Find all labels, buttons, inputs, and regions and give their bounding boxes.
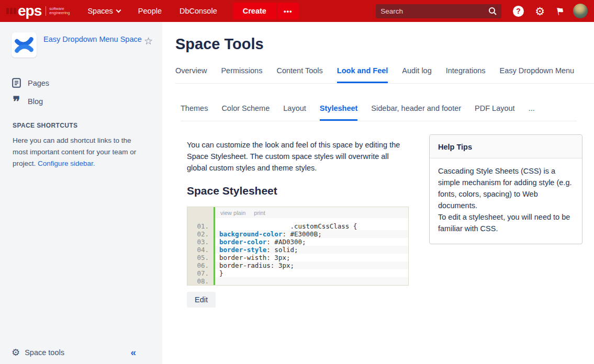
top-nav-item-label: Spaces bbox=[87, 7, 113, 15]
code-line-number: 05. bbox=[187, 254, 214, 261]
space-logo[interactable] bbox=[12, 32, 37, 58]
code-line-content: .customCssClass { bbox=[215, 222, 408, 230]
code-line: 02.background-color: #E3000B; bbox=[187, 230, 408, 238]
tab-permissions[interactable]: Permissions bbox=[221, 66, 262, 83]
code-toolbar-row: view plainprint bbox=[187, 207, 408, 218]
help-tips-line: Cascading Style Sheets (CSS) is a simple… bbox=[438, 165, 574, 211]
quote-icon: ❞ bbox=[12, 99, 21, 104]
code-token-plain: : #E3000B; bbox=[282, 230, 321, 238]
code-toolbar: view plainprint bbox=[215, 207, 408, 218]
help-tips-body: Cascading Style Sheets (CSS) is a simple… bbox=[430, 158, 582, 244]
code-token-plain: } bbox=[219, 269, 223, 277]
sidebar-item-label: Pages bbox=[28, 79, 49, 87]
code-token-keyword: border-color bbox=[219, 238, 266, 246]
subtab--[interactable]: ... bbox=[529, 104, 535, 121]
code-token-plain: .customCssClass { bbox=[219, 222, 357, 230]
favorite-star-icon[interactable]: ☆ bbox=[144, 35, 153, 47]
flag-icon[interactable]: ⚑ bbox=[555, 5, 566, 17]
space-sidebar: Easy Dropdown Menu Space ☆ Pages❞Blog SP… bbox=[0, 22, 162, 364]
code-token-plain: : #AD0300; bbox=[266, 238, 306, 246]
code-line: 08. bbox=[187, 277, 408, 285]
tab-audit-log[interactable]: Audit log bbox=[402, 66, 431, 83]
page-title: Space Tools bbox=[175, 36, 582, 53]
space-tools-gear-icon[interactable]: ⚙ bbox=[12, 347, 20, 358]
top-nav-item-people[interactable]: People bbox=[138, 7, 162, 15]
code-line-content: border-wisth: 3px; bbox=[215, 254, 408, 261]
code-lines: 01. .customCssClass {02.background-color… bbox=[187, 222, 408, 285]
top-nav-item-dbconsole[interactable]: DbConsole bbox=[180, 7, 217, 15]
space-name-link[interactable]: Easy Dropdown Menu Space bbox=[43, 34, 144, 45]
space-tools-link[interactable]: Space tools bbox=[25, 348, 130, 357]
top-nav-item-label: DbConsole bbox=[180, 7, 217, 15]
sidebar-item-pages[interactable]: Pages bbox=[0, 73, 162, 93]
code-line-number: 04. bbox=[187, 246, 214, 254]
code-line: 04.border-style: solid; bbox=[187, 246, 408, 254]
tab-easy-dropdown-menu[interactable]: Easy Dropdown Menu bbox=[500, 66, 575, 83]
help-tips-header: Help Tips bbox=[430, 135, 582, 158]
code-line-number: 06. bbox=[187, 261, 214, 269]
code-line: 07.} bbox=[187, 269, 408, 277]
tab-overview[interactable]: Overview bbox=[175, 66, 207, 83]
top-nav-item-spaces[interactable]: Spaces bbox=[87, 7, 120, 15]
code-toolbar-link-print[interactable]: print bbox=[254, 210, 265, 216]
subtab-color-scheme[interactable]: Color Scheme bbox=[221, 104, 270, 121]
logo-tagline: software engineering bbox=[49, 7, 70, 15]
tab-integrations[interactable]: Integrations bbox=[446, 66, 486, 83]
create-button-group: Create ••• bbox=[233, 3, 299, 19]
sidebar-item-label: Blog bbox=[28, 97, 43, 106]
stylesheet-code-panel: view plainprint 01. .customCssClass {02.… bbox=[187, 207, 409, 286]
eps-logo-bars-icon bbox=[6, 8, 16, 14]
gear-icon[interactable]: ⚙ bbox=[535, 6, 545, 17]
code-line-number: 08. bbox=[187, 277, 214, 285]
subtab-stylesheet[interactable]: Stylesheet bbox=[320, 104, 358, 121]
subtab-sidebar-header-and-footer[interactable]: Sidebar, header and footer bbox=[371, 104, 461, 121]
code-token-keyword: background-color bbox=[219, 230, 282, 238]
sidebar-footer: ⚙ Space tools « bbox=[0, 341, 162, 364]
sidebar-nav: Pages❞Blog bbox=[0, 73, 162, 110]
eps-logo[interactable]: eps software engineering bbox=[6, 4, 70, 18]
code-token-keyword: border-style bbox=[219, 246, 266, 254]
tab-look-and-feel[interactable]: Look and Feel bbox=[337, 66, 388, 83]
code-token-plain: border-wisth: 3px; bbox=[219, 254, 290, 261]
look-and-feel-subtabs: ThemesColor SchemeLayoutStylesheetSideba… bbox=[181, 104, 577, 121]
code-toolbar-link-view-plain[interactable]: view plain bbox=[220, 210, 245, 216]
edit-button[interactable]: Edit bbox=[187, 292, 216, 308]
code-line-number: 02. bbox=[187, 230, 214, 238]
configure-sidebar-link[interactable]: Configure sidebar. bbox=[38, 160, 95, 167]
help-icon[interactable]: ? bbox=[513, 6, 524, 17]
eps-brand-text: eps bbox=[18, 4, 41, 18]
create-more-button[interactable]: ••• bbox=[276, 3, 299, 19]
tab-content-tools[interactable]: Content Tools bbox=[276, 66, 322, 83]
space-shortcuts-text: Here you can add shortcut links to the m… bbox=[0, 129, 162, 169]
page-icon bbox=[12, 78, 21, 88]
sidebar-item-blog[interactable]: ❞Blog bbox=[0, 93, 162, 110]
code-token-plain: : solid; bbox=[266, 246, 298, 254]
code-line-number: 03. bbox=[187, 238, 214, 246]
code-line-number: 07. bbox=[187, 269, 214, 277]
create-button[interactable]: Create bbox=[233, 3, 276, 19]
top-nav-item-label: People bbox=[138, 7, 162, 15]
help-tips-line: To edit a stylesheet, you will need to b… bbox=[438, 211, 574, 234]
collapse-sidebar-icon[interactable]: « bbox=[130, 347, 136, 358]
subtab-themes[interactable]: Themes bbox=[181, 104, 208, 121]
user-avatar[interactable] bbox=[573, 4, 588, 18]
space-stylesheet-heading: Space Stylesheet bbox=[187, 185, 409, 197]
logo-divider bbox=[46, 6, 46, 16]
stylesheet-intro-text: You can customize the look and feel of t… bbox=[187, 139, 409, 174]
code-line-content: border-color: #AD0300; bbox=[215, 238, 408, 246]
search-icon[interactable] bbox=[488, 7, 497, 15]
space-shortcuts-heading: SPACE SHORTCUTS bbox=[0, 110, 162, 129]
code-line-content bbox=[215, 277, 408, 285]
help-tips-title: Help Tips bbox=[438, 143, 472, 151]
search-box[interactable] bbox=[376, 4, 501, 18]
help-tips-panel: Help Tips Cascading Style Sheets (CSS) i… bbox=[429, 134, 582, 244]
code-line: 05.border-wisth: 3px; bbox=[187, 254, 408, 261]
code-line-number: 01. bbox=[187, 222, 214, 230]
code-line-content: } bbox=[215, 269, 408, 277]
top-navigation-bar: eps software engineering SpacesPeopleDbC… bbox=[0, 0, 594, 22]
subtab-layout[interactable]: Layout bbox=[283, 104, 306, 121]
search-input[interactable] bbox=[380, 7, 488, 15]
chevron-down-icon bbox=[116, 7, 121, 13]
code-line-content: border-style: solid; bbox=[215, 246, 408, 254]
subtab-pdf-layout[interactable]: PDF Layout bbox=[475, 104, 515, 121]
